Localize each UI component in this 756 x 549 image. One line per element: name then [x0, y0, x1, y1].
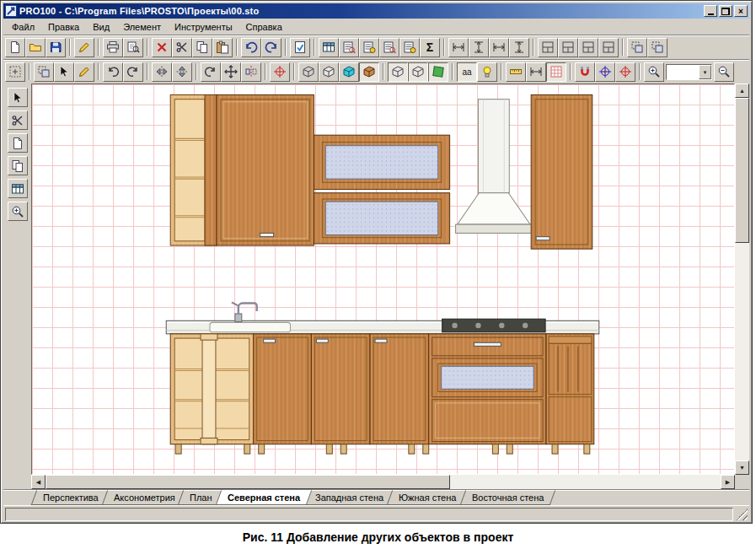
report-button[interactable] [319, 38, 339, 57]
view-sketch-button[interactable] [319, 62, 339, 82]
arrange-top-button[interactable] [578, 38, 598, 57]
dimensions-button[interactable] [526, 62, 546, 82]
move-button[interactable] [221, 62, 241, 82]
section-tool-button[interactable] [8, 110, 28, 130]
menu-item-tools[interactable]: Инструменты [168, 20, 239, 34]
base-right-cabinet[interactable] [546, 334, 594, 444]
paste-button[interactable] [212, 38, 233, 57]
dimension-depth-button[interactable] [489, 38, 509, 57]
print-preview-button[interactable] [123, 38, 143, 57]
show-contours-button[interactable] [388, 62, 408, 82]
arrange-right-button[interactable] [558, 38, 578, 57]
restore-button[interactable] [719, 5, 732, 17]
menu-item-element[interactable]: Элемент [116, 20, 168, 34]
print-button[interactable] [103, 38, 123, 57]
rotate-left-button[interactable] [103, 62, 123, 82]
view-tab-perspective[interactable]: Перспектива [31, 490, 110, 505]
snap-center-button[interactable] [595, 62, 615, 82]
zoom-dropdown-arrow-icon[interactable]: ▼ [699, 65, 711, 79]
menu-item-view[interactable]: Вид [86, 20, 116, 34]
close-button[interactable]: × [734, 5, 748, 17]
group-button[interactable] [627, 38, 647, 57]
zoom-level-box[interactable]: ▼ [666, 64, 712, 80]
magnet-button[interactable] [575, 62, 595, 82]
mirror-button[interactable] [241, 62, 261, 82]
text-labels-button[interactable] [457, 62, 477, 82]
layout-tool-button[interactable] [8, 179, 28, 198]
view-texture-button[interactable] [359, 62, 379, 82]
sink[interactable] [210, 322, 291, 331]
element-properties-button[interactable] [290, 38, 310, 57]
base-open-cabinet[interactable] [170, 334, 254, 444]
save-button[interactable] [46, 38, 66, 57]
menu-item-edit[interactable]: Правка [41, 20, 86, 34]
grid-button[interactable] [546, 62, 566, 82]
price-list-button[interactable] [359, 38, 379, 57]
cutting-list-button[interactable] [379, 38, 399, 57]
view-tab-axonometry[interactable]: Аксонометрия [101, 490, 186, 505]
scroll-right-button[interactable]: ▶ [721, 475, 735, 489]
upper-glass-cabinet-top[interactable] [314, 135, 449, 189]
base-door-3[interactable] [370, 334, 429, 444]
redo-button[interactable] [261, 38, 281, 57]
select-tool-button[interactable] [54, 62, 74, 82]
report-preview-button[interactable] [339, 38, 359, 57]
open-button[interactable] [25, 38, 46, 57]
delete-button[interactable] [152, 38, 172, 57]
upper-door-cabinet[interactable] [217, 94, 314, 245]
drawer-unit[interactable] [429, 334, 546, 444]
show-surface-button[interactable] [428, 62, 448, 82]
menu-item-help[interactable]: Справка [239, 20, 289, 34]
flip-horizontal-button[interactable] [152, 62, 172, 82]
upper-glass-cabinet-bottom[interactable] [314, 193, 449, 244]
copy-button[interactable] [192, 38, 212, 57]
zoom-level-input[interactable] [667, 65, 699, 79]
view-tab-south-wall[interactable]: Южная стена [387, 490, 469, 505]
arrange-bottom-button[interactable] [598, 38, 619, 57]
zoom-out-button[interactable] [714, 62, 734, 82]
arrange-left-button[interactable] [538, 38, 558, 57]
summary-button[interactable] [420, 38, 440, 57]
rotate-button[interactable] [201, 62, 221, 82]
horizontal-scroll-thumb[interactable] [46, 475, 450, 489]
cooktop[interactable] [442, 319, 545, 332]
view-tab-east-wall[interactable]: Восточная стена [459, 490, 555, 505]
snap-grid-button[interactable] [5, 62, 25, 82]
properties-button[interactable] [74, 38, 94, 57]
cut-button[interactable] [172, 38, 192, 57]
view-tab-north-wall[interactable]: Северная стена [216, 490, 313, 505]
zoom-area-tool-button[interactable] [8, 202, 28, 221]
sheet-tool-button[interactable] [8, 133, 28, 153]
zoom-in-button[interactable] [644, 62, 664, 82]
base-door-2[interactable] [311, 334, 370, 444]
faucet[interactable] [232, 303, 257, 322]
scroll-left-button[interactable]: ◀ [31, 475, 46, 489]
materials-list-button[interactable] [399, 38, 420, 57]
view-wireframe-button[interactable] [298, 62, 319, 82]
dimension-auto-button[interactable] [509, 38, 529, 57]
center-point-button[interactable] [270, 62, 290, 82]
new-button[interactable] [5, 38, 25, 57]
flip-vertical-button[interactable] [172, 62, 192, 82]
view-color-button[interactable] [339, 62, 359, 82]
vertical-scrollbar[interactable]: ▲ ▼ [735, 83, 749, 475]
insert-element-button[interactable] [34, 62, 54, 82]
vertical-scroll-thumb[interactable] [735, 98, 749, 243]
pointer-tool-button[interactable] [8, 88, 28, 107]
light-button[interactable] [477, 62, 497, 82]
show-edges-button[interactable] [408, 62, 428, 82]
edit-tool-button[interactable] [74, 62, 94, 82]
base-door-1[interactable] [254, 334, 312, 444]
menu-item-file[interactable]: Файл [5, 20, 41, 34]
upper-right-cabinet[interactable] [531, 94, 592, 249]
ungroup-button[interactable] [647, 38, 668, 57]
duplicate-tool-button[interactable] [8, 156, 28, 175]
rotate-right-button[interactable] [123, 62, 143, 82]
design-canvas[interactable] [31, 83, 735, 475]
scroll-down-button[interactable]: ▼ [735, 460, 749, 475]
resize-grip-icon[interactable] [736, 509, 748, 520]
title-bar[interactable]: PRO100 - C:\Program Files\PROSTO\Проекты… [3, 3, 749, 19]
dimension-height-button[interactable] [469, 38, 489, 57]
measure-button[interactable] [506, 62, 526, 82]
scroll-up-button[interactable]: ▲ [735, 83, 749, 98]
